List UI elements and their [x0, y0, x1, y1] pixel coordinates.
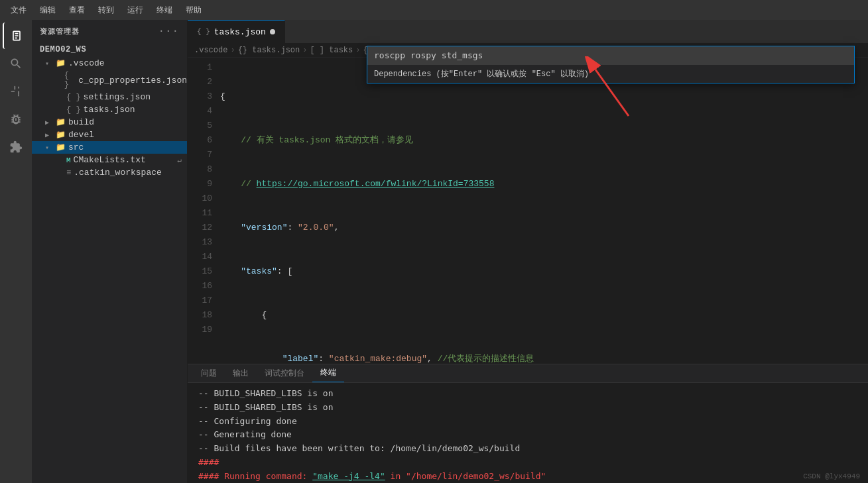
watermark: CSDN @lyx4949 — [803, 472, 860, 480]
sidebar-more-button[interactable]: ··· — [158, 25, 179, 37]
terminal-content[interactable]: -- BUILD_SHARED_LIBS is on -- BUILD_SHAR… — [188, 383, 868, 483]
code-line-5: "tasks": [ — [217, 264, 868, 279]
breadcrumb-item-1[interactable]: .vscode — [194, 46, 227, 55]
src-label: src — [68, 142, 84, 152]
main-layout: 资源管理器 ··· DEMO02_WS ▾ 📁 .vscode { } c_cp… — [0, 20, 868, 483]
search-icon[interactable] — [3, 50, 29, 77]
vscode-folder-label: .vscode — [68, 58, 105, 68]
breadcrumb-item-2[interactable]: {} tasks.json — [238, 46, 300, 55]
menu-help[interactable]: 帮助 — [180, 3, 207, 17]
git-icon[interactable] — [3, 78, 29, 105]
sidebar-item-cmakelists[interactable]: M CMakeLists.txt ↵ — [32, 154, 187, 166]
sidebar-item-cpp-props[interactable]: { } c_cpp_properties.json — [32, 70, 187, 91]
input-suggestion: Dependencies (按"Enter" 以确认或按 "Esc" 以取消) — [367, 64, 854, 83]
tasks-label: tasks.json — [84, 105, 135, 115]
panel-tabs: 问题 输出 词试控制台 终端 — [188, 364, 868, 383]
breadcrumb-item-3[interactable]: [ ] tasks — [310, 46, 353, 55]
tab-tasks-json[interactable]: { } tasks.json — [188, 20, 285, 43]
settings-label: settings.json — [84, 92, 151, 102]
dependency-input[interactable] — [367, 46, 854, 64]
tab-modified-dot — [270, 29, 275, 34]
input-overlay: Dependencies (按"Enter" 以确认或按 "Esc" 以取消) — [353, 43, 868, 86]
terminal-line-7: #### Running command: "make -j4 -l4" in … — [198, 470, 857, 483]
code-line-1: { — [217, 89, 868, 104]
menu-run[interactable]: 运行 — [122, 3, 149, 17]
terminal-line-3: -- Configuring done — [198, 415, 857, 429]
code-line-6: { — [217, 308, 868, 323]
panel-tab-terminal[interactable]: 终端 — [312, 364, 344, 382]
sidebar-item-settings[interactable]: { } settings.json — [32, 91, 187, 103]
sidebar-item-tasks[interactable]: { } tasks.json — [32, 103, 187, 116]
menu-terminal[interactable]: 终端 — [151, 3, 178, 17]
panel-area: 问题 输出 词试控制台 终端 -- BUILD_SHARED_LIBS is o… — [188, 364, 868, 483]
extensions-icon[interactable] — [3, 134, 29, 160]
code-line-2: // 有关 tasks.json 格式的文档，请参见 — [217, 133, 868, 148]
terminal-line-2: -- BUILD_SHARED_LIBS is on — [198, 401, 857, 415]
sidebar-item-build[interactable]: ▶ 📁 build — [32, 116, 187, 129]
panel-tab-problems[interactable]: 问题 — [193, 364, 225, 382]
sidebar-title: 资源管理器 — [40, 27, 79, 36]
terminal-line-4: -- Generating done — [198, 428, 857, 442]
catkin-workspace-label: .catkin_workspace — [74, 168, 162, 178]
tab-label: tasks.json — [214, 27, 266, 37]
terminal-line-5: -- Build files have been written to: /ho… — [198, 442, 857, 456]
tab-bar: { } tasks.json — [188, 20, 868, 43]
menu-view[interactable]: 查看 — [64, 3, 90, 17]
activity-bar — [0, 20, 32, 483]
menubar: 文件 编辑 查看 转到 运行 终端 帮助 — [0, 0, 868, 20]
panel-tab-debug-console[interactable]: 词试控制台 — [257, 364, 312, 382]
sidebar-item-devel[interactable]: ▶ 📁 devel — [32, 129, 187, 141]
editor-area: { } tasks.json .vscode › {} tasks.json ›… — [188, 20, 868, 483]
menu-edit[interactable]: 编辑 — [34, 3, 61, 17]
explorer-icon[interactable] — [3, 23, 29, 49]
sidebar: 资源管理器 ··· DEMO02_WS ▾ 📁 .vscode { } c_cp… — [32, 20, 188, 483]
code-line-3: // https://go.microsoft.com/fwlink/?Link… — [217, 177, 868, 191]
code-editor[interactable]: 12345 678910 1112131415 16171819 { // 有关… — [188, 58, 868, 364]
devel-label: devel — [68, 130, 94, 140]
cmakelists-label: CMakeLists.txt — [74, 155, 146, 165]
terminal-line-1: -- BUILD_SHARED_LIBS is on — [198, 387, 857, 401]
code-content: { // 有关 tasks.json 格式的文档，请参见 // https://… — [217, 58, 868, 364]
sidebar-item-src[interactable]: ▾ 📁 src — [32, 141, 187, 154]
build-label: build — [68, 117, 94, 127]
code-line-4: "version": "2.0.0", — [217, 221, 868, 235]
line-numbers: 12345 678910 1112131415 16171819 — [188, 58, 217, 364]
menu-file[interactable]: 文件 — [5, 3, 32, 17]
workspace-label: DEMO02_WS — [32, 42, 187, 57]
code-line-7: "label": "catkin_make:debug", //代表提示的描述性… — [217, 352, 868, 364]
sidebar-item-catkin-workspace[interactable]: ≡ .catkin_workspace — [32, 166, 187, 179]
debug-icon[interactable] — [3, 106, 29, 133]
dependency-input-box: Dependencies (按"Enter" 以确认或按 "Esc" 以取消) — [367, 46, 855, 83]
cpp-props-label: c_cpp_properties.json — [78, 76, 187, 85]
panel-tab-output[interactable]: 输出 — [225, 364, 257, 382]
sidebar-header: 资源管理器 ··· — [32, 20, 187, 42]
terminal-line-6: #### — [198, 456, 857, 470]
sidebar-item-vscode[interactable]: ▾ 📁 .vscode — [32, 57, 187, 70]
menu-go[interactable]: 转到 — [93, 3, 119, 17]
